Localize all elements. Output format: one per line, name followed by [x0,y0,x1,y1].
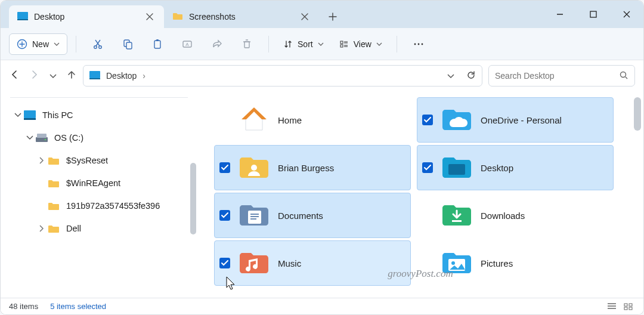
tree-item[interactable]: Dell [1,217,197,240]
tree-item-label: 191b972a3574553fe396 [66,201,160,211]
folder-icon [47,154,60,167]
recent-locations-button[interactable] [49,70,57,81]
scrollbar-thumb[interactable] [634,97,641,131]
breadcrumb-separator[interactable]: › [143,71,145,81]
selected-count: 5 items selected [50,302,106,311]
scrollbar-thumb[interactable] [190,163,196,234]
folder-icon [47,199,60,212]
file-explorer-window: Desktop Screenshots [0,0,644,315]
close-icon[interactable] [141,8,158,25]
tree-item[interactable]: 191b972a3574553fe396 [1,194,197,217]
svg-rect-34 [629,304,632,306]
tree-item-label: This PC [42,110,73,120]
checkbox[interactable] [422,115,433,125]
tab-screenshots[interactable]: Screenshots [164,5,319,28]
checkbox[interactable] [422,210,433,221]
address-bar[interactable]: Desktop › [83,65,482,87]
tree-item[interactable]: This PC [1,104,197,126]
item-label: Music [278,258,301,268]
rename-button[interactable]: A [174,33,200,55]
sort-button[interactable]: Sort [277,33,330,55]
minimize-button[interactable] [543,1,577,28]
copy-button[interactable] [114,33,141,55]
item-label: Home [278,115,302,125]
svg-point-5 [99,45,102,48]
user-folder-icon [239,153,270,182]
search-icon[interactable] [619,70,628,82]
forward-button[interactable] [29,69,40,82]
share-button[interactable] [204,33,230,55]
back-button[interactable] [9,69,20,82]
svg-point-26 [251,165,257,171]
item-tile[interactable]: Home [214,97,411,143]
item-label: Pictures [481,258,513,268]
search-box[interactable] [488,65,635,87]
breadcrumb-desktop[interactable]: Desktop [106,71,137,81]
desktop-icon [89,71,100,81]
maximize-button[interactable] [577,1,610,28]
folder-tree: This PCOS (C:)$SysReset$WinREAgent191b97… [1,104,197,240]
item-tile[interactable]: Documents [214,193,411,238]
up-button[interactable] [66,69,77,82]
checkbox[interactable] [422,258,433,268]
item-tile[interactable]: Pictures [417,240,614,286]
item-tile[interactable]: Brian Burgess [214,145,411,190]
view-button[interactable]: View [333,33,388,55]
item-tile[interactable]: Music [214,240,411,286]
svg-rect-19 [89,78,100,79]
items-view: HomeOneDrive - PersonalBrian BurgessDesk… [197,91,643,298]
tiles-view-button[interactable] [622,301,635,312]
new-tab-button[interactable] [323,8,343,26]
tree-item[interactable]: $SysReset [1,149,197,172]
delete-button[interactable] [234,33,260,55]
chevron-down-icon [54,42,60,46]
folder-icon [172,12,183,22]
chevron-icon[interactable] [36,157,47,164]
svg-rect-21 [24,110,36,118]
checkbox[interactable] [219,210,230,221]
svg-rect-22 [24,118,36,120]
close-window-button[interactable] [610,1,643,28]
svg-rect-33 [624,307,627,310]
details-view-button[interactable] [605,301,618,312]
checkbox[interactable] [219,162,230,173]
refresh-button[interactable] [466,70,476,82]
address-dropdown-button[interactable] [447,71,454,81]
chevron-icon[interactable] [13,113,23,118]
item-tile[interactable]: Desktop [417,145,614,190]
more-button[interactable] [405,33,432,55]
view-label: View [354,39,371,49]
view-icon [339,39,349,49]
close-icon[interactable] [296,8,313,25]
navigation-row: Desktop › [1,60,643,91]
checkbox[interactable] [422,162,433,173]
status-bar: 48 items 5 items selected [1,298,643,314]
desktop-icon [17,12,28,22]
checkbox[interactable] [219,115,230,125]
pictures-icon [441,249,472,277]
paste-button[interactable] [144,33,171,55]
item-label: Brian Burgess [278,163,334,173]
pc-icon [23,109,36,122]
cut-button[interactable] [85,33,111,55]
item-label: Downloads [481,211,525,221]
toolbar: New A Sort View [1,28,643,60]
tree-item[interactable]: $WinREAgent [1,172,197,194]
checkbox[interactable] [219,258,230,268]
svg-rect-29 [452,220,462,222]
folder-icon [47,222,60,235]
tree-item-label: Dell [66,224,81,233]
tree-item[interactable]: OS (C:) [1,126,197,149]
onedrive-icon [441,106,472,134]
separator [76,36,76,52]
new-button-label: New [32,39,49,49]
item-tile[interactable]: Downloads [417,193,614,238]
search-input[interactable] [495,71,614,81]
chevron-icon[interactable] [36,225,47,232]
tree-item-label: $WinREAgent [66,178,120,188]
tab-desktop[interactable]: Desktop [9,5,164,28]
new-button[interactable]: New [9,33,67,55]
item-tile[interactable]: OneDrive - Personal [417,97,614,143]
svg-rect-14 [340,45,343,47]
chevron-icon[interactable] [24,135,35,140]
